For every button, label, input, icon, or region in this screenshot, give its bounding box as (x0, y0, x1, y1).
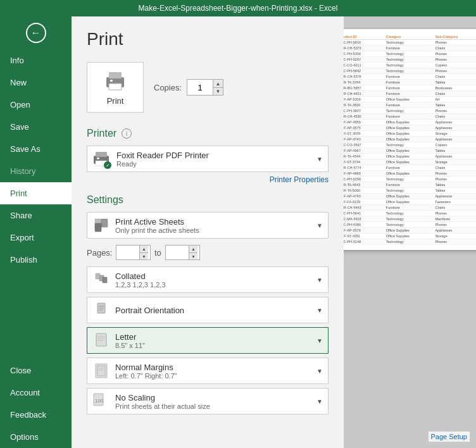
sidebar-item-account[interactable]: Account (0, 382, 72, 404)
sidebar-item-publish[interactable]: Publish (0, 249, 72, 271)
table-cell: Furniture (385, 46, 434, 51)
table-row: OFF-AP-4743Office SuppliesAppliances (344, 137, 476, 142)
margins-row[interactable]: Normal Margins Left: 0.7" Right: 0.7" ▼ (87, 358, 329, 384)
svg-rect-2 (109, 84, 122, 90)
svg-rect-5 (96, 152, 107, 157)
table-cell: Office Supplies (385, 125, 434, 131)
table-cell: Appliances (434, 228, 476, 233)
col-subcategory: Sub-Category (434, 34, 476, 40)
printer-select[interactable]: ✓ Foxit Reader PDF Printer Ready ▼ (87, 146, 329, 172)
table-row: OFF-ST-3744Office SuppliesStorage (344, 159, 476, 165)
table-cell: Phones (434, 211, 476, 216)
collated-row[interactable]: Collated 1,2,3 1,2,3 1,2,3 ▼ (87, 266, 329, 293)
page-size-row[interactable]: Letter 8.5" x 11" ▼ (87, 327, 329, 354)
back-circle-icon: ← (26, 23, 46, 43)
table-cell: OFF-AP-3579 (344, 228, 385, 233)
svg-rect-18 (96, 333, 106, 346)
table-cell: TEC-PH-5816 (344, 40, 385, 46)
copies-up-button[interactable]: ▲ (213, 80, 223, 87)
table-row: FUR-TA-3764FurnitureTables (344, 80, 476, 85)
table-cell: FUR-CH-5378 (344, 74, 385, 80)
pages-to-down[interactable]: ▼ (189, 252, 197, 259)
table-cell: Office Supplies (385, 97, 434, 103)
settings-section-label: Settings (87, 194, 123, 206)
pages-to-input[interactable] (166, 246, 189, 259)
back-button[interactable]: ← (0, 16, 72, 49)
copies-down-button[interactable]: ▼ (213, 87, 223, 95)
table-cell: OFF-ST-3744 (344, 159, 385, 165)
sidebar-item-open[interactable]: Open (0, 94, 72, 116)
page-size-text: Letter 8.5" x 11" (115, 332, 311, 349)
table-cell: FUR-TA-3820 (344, 103, 385, 108)
table-row: OFF-AP-3579Office SuppliesAppliances (344, 228, 476, 233)
preview-table-header: Product ID Category Sub-Category (344, 34, 476, 40)
orientation-row[interactable]: Portrait Orientation ▼ (87, 297, 329, 323)
copies-input[interactable] (187, 81, 213, 94)
pages-from-input[interactable] (116, 246, 139, 259)
printer-properties-link[interactable]: Printer Properties (270, 175, 329, 184)
pages-to-up[interactable]: ▲ (189, 246, 197, 252)
sidebar-item-save[interactable]: Save (0, 116, 72, 138)
printer-info-icon[interactable]: i (122, 128, 132, 139)
table-row: TEC-PH-4389TechnologyPhones (344, 222, 476, 228)
scaling-row[interactable]: 100 No Scaling Print sheets at their act… (87, 388, 329, 414)
table-cell: Furniture (385, 103, 434, 108)
collated-dropdown-arrow: ▼ (316, 277, 323, 283)
table-cell: Office Supplies (385, 148, 434, 154)
printer-section: Printer i ✓ Foxit Reader PDF (87, 128, 329, 184)
table-cell: Technology (385, 108, 434, 114)
print-button[interactable]: Print (87, 62, 144, 113)
sidebar-item-feedback[interactable]: Feedback (0, 404, 72, 426)
copies-input-wrapper: ▲ ▼ (187, 79, 223, 96)
table-cell: FUR-CH-4530 (344, 114, 385, 120)
table-row: FUR-CH-4421FurnitureChairs (344, 91, 476, 97)
table-cell: Furniture (385, 165, 434, 171)
preview-table: Product ID Category Sub-Category TEC-PH-… (344, 34, 476, 245)
table-cell: Technology (385, 211, 434, 216)
table-cell: Storage (434, 233, 476, 239)
table-cell: OFF-AP-4967 (344, 148, 385, 154)
table-row: OFF-ST-3078Office SuppliesStorage (344, 131, 476, 137)
pages-to-spin: ▲ ▼ (189, 246, 197, 259)
svg-rect-7 (97, 158, 99, 159)
table-cell: Phones (434, 222, 476, 228)
table-row: OFF-ST-4291Office SuppliesStorage (344, 233, 476, 239)
pages-from-wrapper: ▲ ▼ (116, 245, 151, 260)
print-btn-label: Print (107, 96, 124, 106)
table-cell: Office Supplies (385, 171, 434, 177)
table-cell: Appliances (434, 125, 476, 131)
table-row: FUR-CH-5443FurnitureChairs (344, 205, 476, 211)
page-size-main: Letter (115, 332, 311, 342)
table-cell: TEC-PH-5356 (344, 51, 385, 57)
table-cell: Technology (385, 51, 434, 57)
table-cell: FUR-CH-5774 (344, 165, 385, 171)
sidebar-item-options[interactable]: Options (0, 426, 72, 448)
sidebar-item-info[interactable]: Info (0, 49, 72, 72)
title-bar: Make-Excel-Spreadsheet-Bigger-when-Print… (0, 0, 476, 16)
table-cell: Furniture (385, 85, 434, 91)
printer-section-header: Printer i (87, 128, 329, 139)
sidebar-item-new[interactable]: New (0, 72, 72, 94)
collated-icon (92, 271, 110, 289)
table-cell: Technology (385, 63, 434, 68)
table-row: OFF-AP-5309Office SuppliesArt (344, 97, 476, 103)
pages-from-down[interactable]: ▼ (139, 252, 148, 259)
table-cell: FUR-TA-4544 (344, 154, 385, 159)
sidebar-item-history[interactable]: History (0, 160, 72, 182)
print-what-row[interactable]: Print Active Sheets Only print the activ… (87, 212, 329, 239)
sidebar-item-export[interactable]: Export (0, 227, 72, 249)
page-setup-link[interactable]: Page Setup (429, 432, 470, 442)
sidebar-item-print[interactable]: Print (0, 182, 72, 204)
sidebar-item-saveas[interactable]: Save As (0, 138, 72, 160)
table-cell: Chairs (434, 114, 476, 120)
table-cell: OFF-ST-4291 (344, 233, 385, 239)
table-cell: Fasteners (434, 199, 476, 205)
sidebar-item-share[interactable]: Share (0, 204, 72, 227)
sidebar-item-close[interactable]: Close (0, 359, 72, 382)
table-cell: Tables (434, 182, 476, 188)
table-cell: OFF-AP-5309 (344, 97, 385, 103)
table-cell: Appliances (434, 154, 476, 159)
pages-row: Pages: ▲ ▼ to ▲ ▼ (87, 242, 329, 263)
sidebar: ← Info New Open Save Save As History Pri… (0, 16, 72, 448)
pages-from-up[interactable]: ▲ (139, 246, 148, 252)
